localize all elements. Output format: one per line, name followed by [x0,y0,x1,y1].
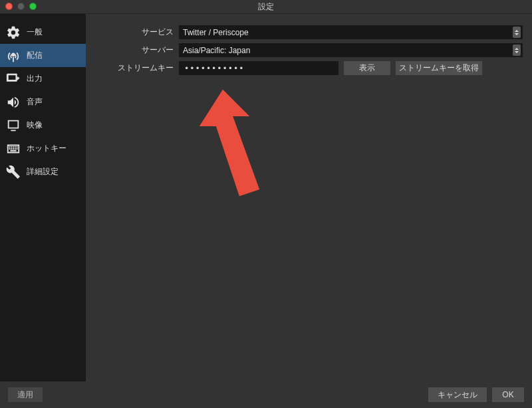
keyboard-icon [5,142,21,156]
tools-icon [5,165,21,179]
window-controls [5,3,37,10]
server-value: Asia/Pacific: Japan [183,46,250,55]
output-icon [5,72,21,86]
sidebar-item-label: ホットキー [27,143,66,154]
sidebar-item-output[interactable]: 出力 [0,67,86,90]
spinner-icon [513,45,521,56]
show-button[interactable]: 表示 [344,61,390,75]
minimize-window-icon[interactable] [17,3,25,10]
sidebar-item-label: 音声 [27,96,43,108]
sidebar-item-label: 配信 [27,50,43,61]
sidebar-item-stream[interactable]: 配信 [0,44,86,67]
sidebar-item-label: 出力 [27,73,43,84]
spinner-icon [513,27,521,38]
service-value: Twitter / Periscope [183,28,249,37]
sidebar-item-hotkeys[interactable]: ホットキー [0,137,86,160]
sidebar-item-advanced[interactable]: 詳細設定 [0,160,86,183]
titlebar: 設定 [0,0,532,14]
apply-button[interactable]: 適用 [8,387,43,402]
cancel-button[interactable]: キャンセル [428,387,487,402]
sidebar: 一般 配信 出力 音声 映像 [0,14,86,381]
sidebar-item-video[interactable]: 映像 [0,114,86,137]
sidebar-item-label: 詳細設定 [27,166,59,177]
sidebar-item-label: 映像 [27,120,43,131]
sidebar-item-label: 一般 [27,27,43,38]
streamkey-label: ストリームキー [95,62,179,74]
broadcast-icon [5,49,21,63]
server-label: サーバー [95,45,179,56]
maximize-window-icon[interactable] [29,3,37,10]
audio-icon [5,95,21,110]
close-window-icon[interactable] [5,3,13,10]
get-streamkey-button[interactable]: ストリームキーを取得 [396,61,482,75]
streamkey-value: ••••••••••• [184,64,244,73]
sidebar-item-general[interactable]: 一般 [0,21,86,44]
footer: 適用 キャンセル OK [0,381,532,408]
gear-icon [5,25,21,40]
streamkey-input[interactable]: ••••••••••• [179,61,338,75]
service-select[interactable]: Twitter / Periscope [179,25,523,39]
window-title: 設定 [0,1,532,13]
ok-button[interactable]: OK [492,387,524,402]
service-label: サービス [95,27,179,38]
video-icon [5,118,21,133]
server-select[interactable]: Asia/Pacific: Japan [179,43,523,57]
sidebar-item-audio[interactable]: 音声 [0,90,86,114]
settings-panel: サービス Twitter / Periscope サーバー Asia/Pacif… [86,14,532,381]
